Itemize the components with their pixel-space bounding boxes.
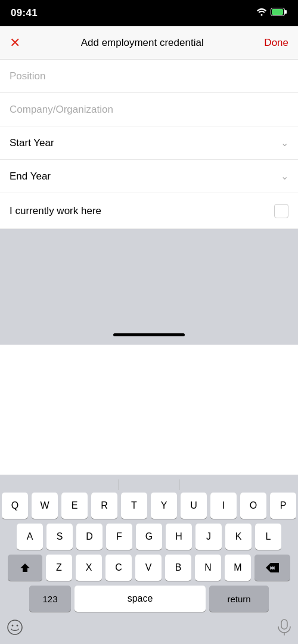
battery-icon bbox=[271, 8, 287, 18]
key-y[interactable]: Y bbox=[151, 493, 177, 519]
key-a[interactable]: A bbox=[17, 524, 43, 550]
key-n[interactable]: N bbox=[195, 555, 221, 581]
svg-point-4 bbox=[8, 620, 22, 634]
key-g[interactable]: G bbox=[136, 524, 162, 550]
key-t[interactable]: T bbox=[121, 493, 147, 519]
home-bar bbox=[113, 333, 185, 336]
company-input[interactable] bbox=[10, 104, 288, 116]
key-s[interactable]: S bbox=[46, 524, 73, 550]
return-key[interactable]: return bbox=[209, 586, 269, 612]
key-o[interactable]: O bbox=[240, 493, 266, 519]
home-indicator bbox=[0, 324, 298, 345]
svg-rect-7 bbox=[281, 620, 287, 629]
keyboard-row-2: A S D F G H J K L bbox=[2, 524, 296, 550]
key-f[interactable]: F bbox=[106, 524, 132, 550]
mic-icon[interactable] bbox=[277, 619, 291, 639]
key-v[interactable]: V bbox=[135, 555, 162, 581]
backspace-key[interactable] bbox=[254, 555, 290, 581]
key-r[interactable]: R bbox=[91, 493, 117, 519]
key-e[interactable]: E bbox=[61, 493, 88, 519]
end-year-dropdown[interactable]: End Year ⌄ bbox=[0, 160, 298, 193]
svg-point-5 bbox=[12, 625, 14, 627]
svg-rect-2 bbox=[272, 9, 283, 15]
key-k[interactable]: K bbox=[225, 524, 252, 550]
nav-bar: ✕ Add employment credential Done bbox=[0, 26, 298, 60]
status-icons bbox=[256, 8, 287, 18]
key-b[interactable]: B bbox=[165, 555, 191, 581]
drag-line-left bbox=[119, 479, 119, 490]
key-h[interactable]: H bbox=[166, 524, 192, 550]
currently-work-checkbox[interactable] bbox=[274, 204, 288, 218]
close-button[interactable]: ✕ bbox=[10, 36, 20, 49]
keyboard: Q W E R T Y U I O P A S D F G H J K L Z … bbox=[0, 475, 298, 644]
drag-line-right bbox=[179, 479, 179, 490]
svg-point-6 bbox=[17, 625, 18, 627]
emoji-icon[interactable] bbox=[7, 619, 23, 639]
keyboard-row-4: 123 space return bbox=[2, 586, 296, 612]
gray-spacer bbox=[0, 229, 298, 324]
status-bar: 09:41 bbox=[0, 0, 298, 26]
key-p[interactable]: P bbox=[270, 493, 296, 519]
status-time: 09:41 bbox=[11, 7, 38, 19]
keyboard-handle bbox=[2, 479, 296, 490]
keyboard-row-1: Q W E R T Y U I O P bbox=[2, 493, 296, 519]
chevron-down-icon: ⌄ bbox=[281, 137, 288, 148]
key-j[interactable]: J bbox=[195, 524, 222, 550]
keyboard-row-3: Z X C V B N M bbox=[2, 555, 296, 581]
currently-work-label: I currently work here bbox=[10, 205, 101, 217]
form-area: Start Year ⌄ End Year ⌄ I currently work… bbox=[0, 60, 298, 229]
key-q[interactable]: Q bbox=[2, 493, 28, 519]
key-m[interactable]: M bbox=[225, 555, 251, 581]
start-year-label: Start Year bbox=[10, 137, 54, 149]
end-year-label: End Year bbox=[10, 171, 51, 182]
svg-rect-1 bbox=[285, 10, 287, 14]
key-z[interactable]: Z bbox=[46, 555, 72, 581]
key-u[interactable]: U bbox=[181, 493, 207, 519]
chevron-down-icon: ⌄ bbox=[281, 171, 288, 182]
shift-key[interactable] bbox=[8, 555, 42, 581]
position-field[interactable] bbox=[0, 60, 298, 93]
wifi-icon bbox=[256, 8, 267, 18]
currently-work-row: I currently work here bbox=[0, 193, 298, 229]
start-year-dropdown[interactable]: Start Year ⌄ bbox=[0, 126, 298, 160]
key-d[interactable]: D bbox=[76, 524, 103, 550]
key-i[interactable]: I bbox=[210, 493, 237, 519]
position-input[interactable] bbox=[10, 70, 288, 82]
company-field[interactable] bbox=[0, 93, 298, 126]
keyboard-bottom-row bbox=[2, 617, 296, 642]
svg-marker-3 bbox=[20, 564, 30, 572]
space-key[interactable]: space bbox=[74, 586, 206, 612]
key-x[interactable]: X bbox=[76, 555, 102, 581]
key-w[interactable]: W bbox=[32, 493, 58, 519]
nav-title: Add employment credential bbox=[81, 37, 204, 49]
key-c[interactable]: C bbox=[105, 555, 132, 581]
numbers-key[interactable]: 123 bbox=[29, 586, 71, 612]
key-l[interactable]: L bbox=[255, 524, 281, 550]
done-button[interactable]: Done bbox=[264, 37, 288, 49]
